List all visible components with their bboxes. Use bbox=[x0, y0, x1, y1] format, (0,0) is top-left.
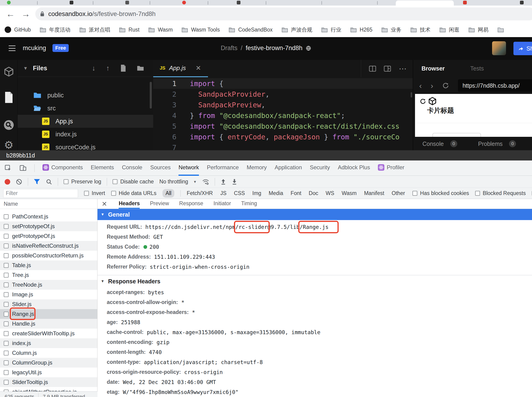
new-folder-icon[interactable] bbox=[137, 65, 144, 71]
tree-item-indexjs[interactable]: JS index.js bbox=[18, 128, 153, 141]
scrollbar[interactable] bbox=[150, 82, 152, 109]
bookmark-folder[interactable]: 闲逛 bbox=[439, 26, 460, 33]
tab-favicon[interactable] bbox=[125, 1, 129, 4]
preserve-log-toggle[interactable]: Preserve log bbox=[63, 179, 101, 185]
inspect-element-icon[interactable] bbox=[5, 165, 12, 172]
request-row[interactable]: possibleConstructorReturn.js bbox=[0, 251, 97, 261]
filter-type[interactable]: Other bbox=[392, 190, 405, 196]
gear-icon[interactable]: ⚙ bbox=[4, 140, 13, 150]
checkbox[interactable] bbox=[63, 179, 69, 184]
export-har-icon[interactable] bbox=[232, 179, 237, 185]
request-row[interactable]: SliderTooltip.js bbox=[0, 377, 97, 387]
devtools-tab-performance[interactable]: Performance bbox=[207, 161, 239, 176]
forward-button[interactable]: → bbox=[21, 9, 30, 19]
disable-cache-toggle[interactable]: Disable cache bbox=[113, 179, 154, 185]
checkbox[interactable] bbox=[4, 224, 9, 229]
bookmark-folder[interactable]: Rust bbox=[119, 27, 139, 33]
checkbox[interactable] bbox=[84, 191, 89, 196]
devtools-tab-memory[interactable]: Memory bbox=[247, 161, 267, 176]
close-tab-icon[interactable]: ✕ bbox=[196, 64, 201, 72]
filter-input[interactable] bbox=[3, 189, 78, 198]
filter-type[interactable]: JS bbox=[220, 190, 227, 196]
checkbox[interactable] bbox=[111, 191, 116, 196]
bookmark-folder[interactable]: 行业 bbox=[321, 26, 342, 33]
filter-type[interactable]: Img bbox=[252, 190, 261, 196]
breadcrumb-parent[interactable]: Drafts bbox=[221, 44, 237, 52]
checkbox[interactable] bbox=[113, 179, 117, 184]
record-button[interactable] bbox=[5, 179, 10, 185]
user-name[interactable]: mcuking bbox=[23, 44, 46, 52]
bookmark-folder[interactable]: 技术 bbox=[410, 26, 431, 33]
checkbox[interactable] bbox=[4, 380, 9, 385]
tree-item-appjs[interactable]: JS App.js bbox=[18, 115, 153, 128]
bookmark-folder[interactable]: Wasm Tools bbox=[182, 27, 220, 33]
detail-tab-response[interactable]: Response bbox=[179, 199, 203, 209]
filter-type-all[interactable]: All bbox=[163, 189, 175, 198]
checkbox[interactable] bbox=[412, 191, 417, 196]
request-row[interactable]: index.js bbox=[0, 338, 97, 348]
tab-tests[interactable]: Tests bbox=[470, 65, 484, 72]
request-row[interactable]: createSliderWithTooltip.js bbox=[0, 329, 97, 338]
bookmark-folder[interactable]: Wasm bbox=[148, 27, 173, 33]
back-icon[interactable]: ‹ bbox=[419, 82, 422, 89]
bookmark-folder[interactable]: H265 bbox=[350, 27, 373, 33]
filter-type[interactable]: Font bbox=[291, 190, 301, 196]
filter-icon[interactable] bbox=[34, 179, 40, 185]
network-conditions-icon[interactable] bbox=[202, 179, 209, 185]
request-row[interactable]: Tree.js bbox=[0, 270, 97, 280]
checkbox[interactable] bbox=[4, 331, 9, 336]
share-button[interactable]: Sh bbox=[513, 42, 532, 55]
tab-favicon[interactable] bbox=[237, 1, 241, 4]
checkbox[interactable] bbox=[4, 282, 9, 287]
checkbox[interactable] bbox=[4, 234, 9, 239]
has-blocked-cookies-toggle[interactable]: Has blocked cookies bbox=[412, 190, 469, 196]
checkbox[interactable] bbox=[4, 253, 9, 258]
hide-data-urls-toggle[interactable]: Hide data URLs bbox=[111, 190, 156, 196]
request-row[interactable]: Handle.js bbox=[0, 319, 97, 329]
response-headers-section-header[interactable]: ▼ Response Headers bbox=[97, 275, 532, 287]
checkbox[interactable] bbox=[4, 312, 9, 316]
devtools-tab-profiler[interactable]: Profiler bbox=[378, 161, 404, 176]
checkbox[interactable] bbox=[4, 360, 9, 365]
bookmark-folder[interactable]: CodeSandBox bbox=[229, 27, 272, 33]
filter-type[interactable]: Manifest bbox=[364, 190, 384, 196]
tab-favicon[interactable] bbox=[520, 1, 524, 4]
tree-item-src[interactable]: src bbox=[18, 102, 153, 115]
request-row[interactable]: Range.js bbox=[0, 309, 97, 319]
scrollbar[interactable] bbox=[411, 92, 412, 97]
bookmark-folder[interactable]: 业务 bbox=[381, 26, 402, 33]
devtools-tab-network[interactable]: Network bbox=[178, 161, 199, 176]
forward-icon[interactable]: › bbox=[431, 82, 433, 89]
detail-tab-headers[interactable]: Headers bbox=[119, 199, 140, 209]
more-options-icon[interactable]: ⋯ bbox=[399, 64, 407, 73]
devtools-tab-sources[interactable]: Sources bbox=[150, 161, 171, 176]
import-har-icon[interactable] bbox=[221, 179, 226, 185]
tab-browser[interactable]: Browser bbox=[422, 65, 445, 72]
filter-type[interactable]: WS bbox=[326, 190, 334, 196]
device-toolbar-icon[interactable] bbox=[19, 165, 26, 172]
bookmark-folder[interactable]: 派对点唱 bbox=[79, 26, 110, 33]
request-row[interactable]: setPrototypeOf.js bbox=[0, 222, 97, 231]
new-file-icon[interactable] bbox=[120, 65, 126, 72]
active-tab[interactable] bbox=[396, 0, 454, 6]
checkbox[interactable] bbox=[4, 341, 9, 346]
invert-toggle[interactable]: Invert bbox=[84, 190, 105, 196]
general-section-header[interactable]: ▼ General bbox=[97, 209, 532, 220]
console-tab[interactable]: Console bbox=[422, 141, 444, 147]
tab-favicon[interactable] bbox=[7, 1, 11, 4]
devtools-tab-security[interactable]: Security bbox=[310, 161, 330, 176]
filter-type[interactable]: Fetch/XHR bbox=[187, 190, 213, 196]
checkbox[interactable] bbox=[4, 302, 9, 307]
sandbox-title[interactable]: festive-brown-7nd8h bbox=[246, 44, 303, 52]
request-row[interactable]: TreeNode.js bbox=[0, 280, 97, 290]
checkbox[interactable] bbox=[4, 263, 9, 268]
filter-type[interactable]: Wasm bbox=[342, 190, 356, 196]
checkbox[interactable] bbox=[4, 351, 9, 355]
bookmark-github[interactable]: GitHub bbox=[5, 26, 31, 33]
request-row[interactable]: legacyUtil.js bbox=[0, 367, 97, 377]
bookmark-folder[interactable]: 网易 bbox=[469, 26, 489, 33]
request-row[interactable]: Table.js bbox=[0, 261, 97, 270]
request-row[interactable]: getPrototypeOf.js bbox=[0, 231, 97, 241]
detail-tab-preview[interactable]: Preview bbox=[150, 199, 169, 209]
editor-tab-appjs[interactable]: JS App.js ✕ bbox=[153, 60, 208, 77]
